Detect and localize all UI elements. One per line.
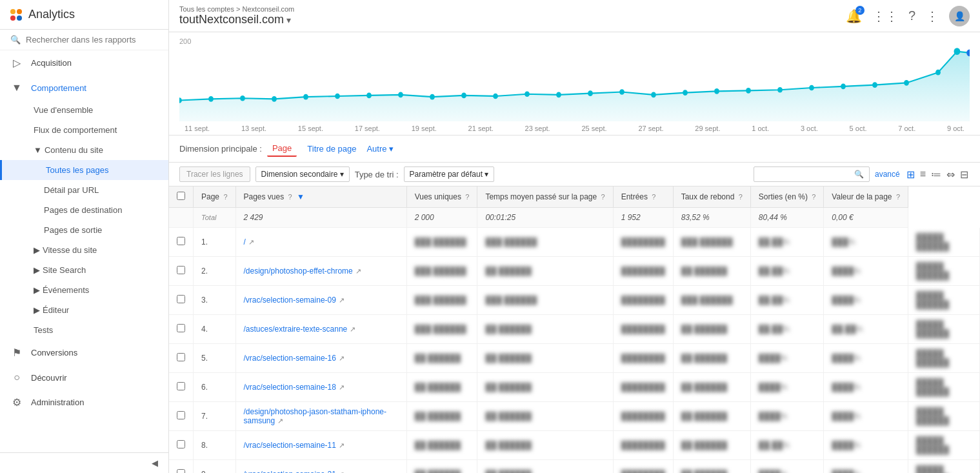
svg-point-10	[493, 94, 498, 99]
external-link-icon[interactable]: ↗	[350, 325, 355, 333]
avance-link[interactable]: avancé	[875, 170, 900, 179]
sidebar-item-evenements[interactable]: ▶Événements	[0, 280, 168, 300]
row-vp-7: █████ ██████	[908, 430, 980, 459]
parametre-dropdown[interactable]: Paramètre par défaut ▾	[404, 166, 495, 182]
row-checkbox-0[interactable]	[169, 228, 194, 257]
table-view-icon[interactable]: ⊞	[905, 167, 916, 182]
search-input[interactable]	[26, 35, 158, 45]
pivot-view-icon[interactable]: ⊟	[959, 167, 970, 182]
table-search-box[interactable]: 🔍	[754, 166, 870, 182]
external-link-icon[interactable]: ↗	[355, 267, 361, 275]
external-link-icon[interactable]: ↗	[248, 238, 254, 246]
apps-button[interactable]: ⋮⋮	[872, 8, 898, 24]
external-link-icon[interactable]: ↗	[339, 296, 345, 304]
sidebar-item-detail-url[interactable]: Détail par URL	[0, 180, 168, 200]
th-vp-help[interactable]: ?	[896, 193, 900, 201]
row-page-4[interactable]: /vrac/selection-semaine-16↗	[235, 343, 406, 372]
dimension-secondaire-dropdown[interactable]: Dimension secondaire ▾	[255, 166, 350, 182]
row-so-7: ████%	[824, 430, 908, 459]
collapse-sidebar-button[interactable]: ◀	[0, 452, 168, 473]
header-right: 🔔 2 ⋮⋮ ? ⋮ 👤	[846, 6, 970, 26]
sidebar-item-contenu-site[interactable]: ▼Contenu du site	[0, 140, 168, 160]
row-num-6: 7.	[194, 401, 236, 430]
dimension-tab-page[interactable]: Page	[267, 141, 297, 157]
row-checkbox-5[interactable]	[169, 372, 194, 401]
row-checkbox-3[interactable]	[169, 314, 194, 343]
data-table: Page ? Pages vues ? ▼ Vues uniques ?	[169, 186, 980, 473]
bar-view-icon[interactable]: ≡	[919, 167, 927, 182]
row-en-1: ██ ██████	[673, 256, 750, 285]
more-options-button[interactable]: ⋮	[926, 8, 939, 24]
svg-point-23	[904, 80, 909, 86]
svg-point-1	[208, 96, 214, 102]
row-checkbox-2[interactable]	[169, 285, 194, 314]
sidebar-item-toutes-pages[interactable]: Toutes les pages	[0, 160, 168, 180]
content-area: 200	[169, 32, 980, 473]
th-pv-help[interactable]: ?	[288, 193, 292, 201]
th-pages-vues[interactable]: Pages vues ? ▼	[235, 186, 406, 208]
sidebar-item-decouvrir[interactable]: ○ Découvrir	[0, 365, 168, 390]
row-page-8[interactable]: /vrac/selection-semaine-21↗	[235, 459, 406, 473]
row-pv-0: ███ ██████	[406, 228, 477, 257]
row-page-7[interactable]: /vrac/selection-semaine-11↗	[235, 430, 406, 459]
row-page-6[interactable]: /design/photoshop-jason-statham-iphone-s…	[235, 401, 406, 430]
external-link-icon[interactable]: ↗	[339, 383, 345, 391]
table-search-input[interactable]	[759, 170, 854, 179]
row-page-1[interactable]: /design/photoshop-effet-chrome↗	[235, 256, 406, 285]
top-header: Tous les comptes > Nextconseil.com toutN…	[169, 0, 980, 32]
row-checkbox-6[interactable]	[169, 401, 194, 430]
external-link-icon[interactable]: ↗	[339, 441, 345, 449]
sidebar-item-site-search[interactable]: ▶Site Search	[0, 260, 168, 280]
row-checkbox-1[interactable]	[169, 256, 194, 285]
notification-button[interactable]: 🔔 2	[846, 8, 862, 24]
th-checkbox[interactable]	[169, 186, 194, 208]
sidebar-item-vitesse-site[interactable]: ▶Vitesse du site	[0, 240, 168, 260]
sidebar-item-pages-destination[interactable]: Pages de destination	[0, 200, 168, 220]
th-en-help[interactable]: ?	[652, 193, 655, 201]
row-tm-0: ████████	[613, 228, 673, 257]
external-link-icon[interactable]: ↗	[339, 470, 345, 474]
row-pv-4: ██ ██████	[406, 343, 477, 372]
search-container[interactable]: 🔍	[0, 30, 168, 50]
user-avatar[interactable]: 👤	[949, 6, 970, 26]
external-link-icon[interactable]: ↗	[277, 417, 283, 425]
row-en-8: ██ ██████	[673, 459, 750, 473]
dimension-tab-titre-page[interactable]: Titre de page	[302, 141, 361, 156]
row-tr-0: ██,██%	[750, 228, 824, 257]
th-tr-help[interactable]: ?	[739, 193, 743, 201]
trace-lignes-button[interactable]: Tracer les lignes	[179, 166, 250, 182]
acquisition-icon: ▷	[10, 57, 23, 69]
sidebar-item-acquisition[interactable]: ▷ Acquisition	[0, 50, 168, 75]
row-checkbox-7[interactable]	[169, 430, 194, 459]
table-row: 5. /vrac/selection-semaine-16↗ ██ ██████…	[169, 343, 980, 372]
row-num-5: 6.	[194, 372, 236, 401]
comparison-view-icon[interactable]: ⇔	[945, 167, 956, 182]
row-page-0[interactable]: /↗	[235, 228, 406, 257]
row-checkbox-8[interactable]	[169, 459, 194, 473]
sidebar-item-editeur[interactable]: ▶Éditeur	[0, 300, 168, 320]
sidebar-item-pages-sortie[interactable]: Pages de sortie	[0, 220, 168, 240]
breadcrumb: Tous les comptes > Nextconseil.com	[179, 5, 294, 13]
sidebar-item-vue-ensemble[interactable]: Vue d'ensemble	[0, 100, 168, 120]
row-page-5[interactable]: /vrac/selection-semaine-18↗	[235, 372, 406, 401]
title-dropdown-icon[interactable]: ▾	[286, 15, 291, 25]
row-checkbox-4[interactable]	[169, 343, 194, 372]
help-button[interactable]: ?	[908, 8, 915, 23]
row-vu-6: ██ ██████	[477, 401, 613, 430]
th-so-help[interactable]: ?	[812, 193, 815, 201]
sidebar-item-tests[interactable]: Tests	[0, 320, 168, 340]
list-view-icon[interactable]: ≔	[930, 167, 943, 182]
sidebar-item-conversions[interactable]: ⚑ Conversions	[0, 340, 168, 365]
th-tm-help[interactable]: ?	[601, 193, 605, 201]
sidebar-item-comportement[interactable]: ▼ Comportement	[0, 75, 168, 100]
sidebar-item-administration[interactable]: ⚙ Administration	[0, 390, 168, 415]
row-page-2[interactable]: /vrac/selection-semaine-09↗	[235, 285, 406, 314]
th-vu-help[interactable]: ?	[465, 193, 469, 201]
external-link-icon[interactable]: ↗	[339, 354, 345, 362]
row-page-3[interactable]: /astuces/extraire-texte-scanne↗	[235, 314, 406, 343]
select-all-checkbox[interactable]	[177, 192, 185, 200]
sidebar-item-flux-comportement[interactable]: Flux de comportement	[0, 120, 168, 140]
th-page-help[interactable]: ?	[223, 193, 227, 201]
row-tm-8: ████████	[613, 459, 673, 473]
dimension-tab-autre[interactable]: Autre ▾	[366, 144, 394, 154]
